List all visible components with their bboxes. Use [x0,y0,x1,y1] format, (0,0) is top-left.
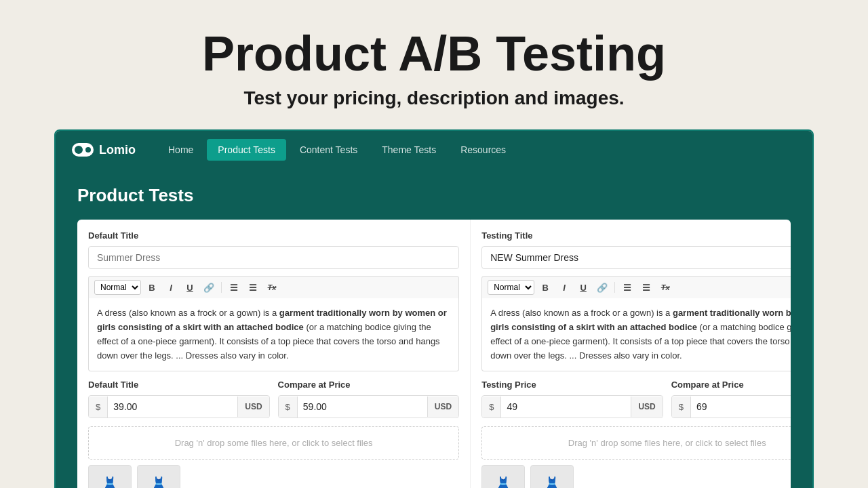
hero-section: Product A/B Testing Test your pricing, d… [0,0,868,129]
default-price-wrapper: $ USD [88,395,270,418]
testing-dropzone-text: Drag 'n' drop some files here, or click … [568,438,766,448]
default-bold-btn[interactable]: B [144,279,160,296]
default-compare-price-wrapper: $ USD [278,395,460,418]
default-price-label: Default Title [88,380,270,390]
default-clear-format-btn[interactable]: Tx [264,279,280,296]
testing-underline-btn[interactable]: U [575,279,591,296]
default-underline-btn[interactable]: U [182,279,198,296]
default-price-row: Default Title $ USD Compare at Price $ [88,380,459,418]
page-title: Product Tests [77,185,791,206]
default-column: Default Title Normal B I U 🔗 ☰ ☰ [77,220,471,488]
testing-dropzone[interactable]: Drag 'n' drop some files here, or click … [481,426,791,460]
nav-home[interactable]: Home [157,139,204,161]
testing-compare-price-input[interactable] [691,396,791,418]
testing-rte-toolbar: Normal B I U 🔗 ☰ ☰ Tx [481,276,791,298]
main-content: Product Tests Default Title Normal B I [56,169,812,488]
nav-resources[interactable]: Resources [450,139,517,161]
default-price-suffix: USD [237,396,269,417]
card-inner: Default Title Normal B I U 🔗 ☰ ☰ [77,220,791,488]
nav-theme-tests[interactable]: Theme Tests [371,139,447,161]
default-thumb-1-img: 👗 [89,466,131,488]
testing-compare-price-field: Compare at Price $ USD [671,380,791,418]
logo[interactable]: Lomio [72,143,136,157]
default-ordered-list-btn[interactable]: ☰ [226,279,242,296]
testing-price-suffix: USD [631,396,662,417]
testing-image-thumbs: 👗 👗 [481,465,791,488]
testing-compare-price-wrapper: $ USD [671,395,791,418]
default-price-field: Default Title $ USD [88,380,270,418]
testing-title-label: Testing Title [481,230,791,241]
default-dropzone[interactable]: Drag 'n' drop some files here, or click … [88,426,459,460]
default-rte-toolbar: Normal B I U 🔗 ☰ ☰ Tx [88,276,459,298]
default-bold-text: garment traditionally worn by women or g… [97,308,447,332]
testing-compare-price-label: Compare at Price [671,380,791,390]
default-compare-price-prefix: $ [279,396,298,418]
testing-column: Testing Title Normal B I U 🔗 ☰ ☰ [471,220,791,488]
testing-title-input[interactable] [481,246,791,269]
default-compare-price-suffix: USD [427,396,458,417]
testing-bold-text: garment traditionally worn by women or g… [490,308,791,332]
default-dropzone-text: Drag 'n' drop some files here, or click … [175,438,373,448]
logo-text: Lomio [99,143,136,157]
default-link-btn[interactable]: 🔗 [201,279,217,296]
default-compare-price-field: Compare at Price $ USD [278,380,460,418]
testing-unordered-list-btn[interactable]: ☰ [638,279,654,296]
logo-icon [72,143,94,157]
testing-format-select[interactable]: Normal [488,280,534,295]
testing-ordered-list-btn[interactable]: ☰ [619,279,635,296]
nav-links: Home Product Tests Content Tests Theme T… [157,139,517,161]
default-unordered-list-btn[interactable]: ☰ [245,279,261,296]
default-price-prefix: $ [89,396,108,418]
default-thumb-1[interactable]: 👗 [88,465,132,488]
toolbar-separator-1 [221,282,222,293]
toolbar-separator-2 [614,282,615,293]
testing-rte-content[interactable]: A dress (also known as a frock or a gown… [481,298,791,371]
testing-price-field: Testing Price $ USD [481,380,663,418]
testing-thumb-1[interactable]: 👗 [481,465,525,488]
default-image-thumbs: 👗 👗 [88,465,459,488]
testing-link-btn[interactable]: 🔗 [594,279,610,296]
default-title-label: Default Title [88,230,459,241]
testing-clear-format-btn[interactable]: Tx [657,279,673,296]
testing-compare-price-prefix: $ [672,396,691,418]
default-italic-btn[interactable]: I [163,279,179,296]
default-price-input[interactable] [108,396,237,418]
testing-thumb-1-img: 👗 [482,466,524,488]
hero-subtitle: Test your pricing, description and image… [14,87,854,109]
testing-price-row: Testing Price $ USD Compare at Price $ [481,380,791,418]
product-test-card: Default Title Normal B I U 🔗 ☰ ☰ [77,220,791,488]
testing-thumb-2[interactable]: 👗 [530,465,574,488]
default-compare-price-input[interactable] [298,396,427,418]
app-container: Lomio Home Product Tests Content Tests T… [54,129,814,488]
default-thumb-2[interactable]: 👗 [137,465,180,488]
testing-price-wrapper: $ USD [481,395,663,418]
nav-content-tests[interactable]: Content Tests [289,139,368,161]
default-thumb-2-img: 👗 [138,466,180,488]
default-compare-price-label: Compare at Price [278,380,460,390]
default-title-input[interactable] [88,246,459,269]
testing-bold-btn[interactable]: B [537,279,553,296]
default-rte-content[interactable]: A dress (also known as a frock or a gown… [88,298,459,371]
navbar: Lomio Home Product Tests Content Tests T… [56,131,812,169]
testing-thumb-2-img: 👗 [531,466,573,488]
hero-title: Product A/B Testing [14,27,854,81]
testing-price-prefix: $ [482,396,501,418]
testing-price-label: Testing Price [481,380,663,390]
default-format-select[interactable]: Normal [94,280,141,295]
nav-product-tests[interactable]: Product Tests [207,139,286,161]
testing-price-input[interactable] [501,396,631,418]
testing-italic-btn[interactable]: I [556,279,572,296]
